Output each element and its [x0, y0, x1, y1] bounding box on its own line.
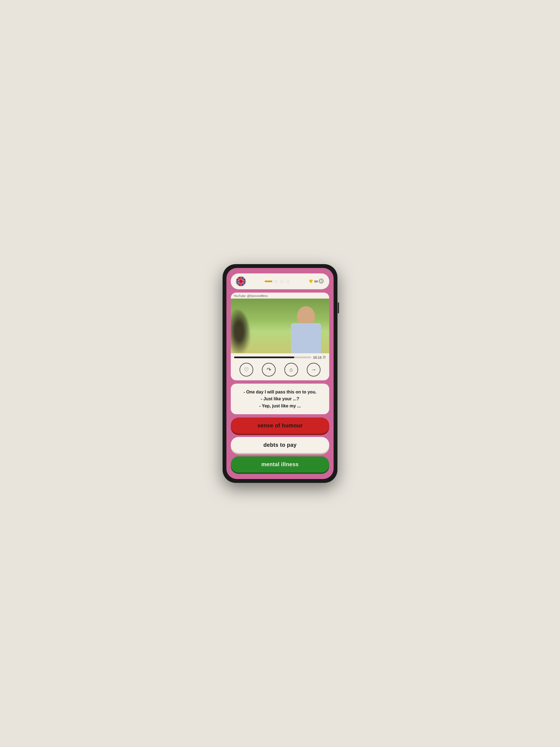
video-person	[288, 303, 324, 353]
difficulty-stars: ☆ ☆ ☆	[246, 278, 309, 285]
video-progress-track[interactable]	[234, 357, 311, 358]
star-3: ☆	[285, 278, 290, 285]
video-frame[interactable]	[231, 299, 329, 353]
subtitle-line-2: - Just like your ...?	[236, 395, 324, 403]
device-frame: ☆ ☆ ☆ ♥ ∞ ⚙ YouTube: @5secondfilms	[223, 264, 337, 483]
lives-display: ♥ ∞	[309, 277, 318, 285]
subtitle-line-1: - One day I will pass this on to you.	[236, 389, 324, 396]
timer-icon: ⏱	[322, 356, 326, 360]
share-button[interactable]: ↷	[262, 363, 276, 377]
xp-bar	[265, 281, 272, 282]
answer-button-2[interactable]: debts to pay	[231, 437, 329, 453]
top-bar: ☆ ☆ ☆ ♥ ∞ ⚙	[231, 274, 329, 289]
person-shirt	[291, 323, 321, 353]
video-actions: ♡ ↷ ⌂ →	[231, 361, 329, 377]
subtitle-card: - One day I will pass this on to you. - …	[231, 384, 329, 414]
video-progress-area: 00:18 ⏱	[231, 353, 329, 361]
video-attribution: YouTube: @5secondfilms	[231, 292, 329, 299]
star-2: ☆	[279, 278, 284, 285]
side-button	[338, 302, 339, 313]
star-1: ☆	[274, 278, 278, 285]
video-card: YouTube: @5secondfilms 00:18 ⏱	[231, 292, 329, 380]
app-screen: ☆ ☆ ☆ ♥ ∞ ⚙ YouTube: @5secondfilms	[226, 268, 334, 479]
subtitle-line-3: - Yep, just like my ...	[236, 403, 324, 410]
language-flag[interactable]	[236, 276, 246, 287]
heart-icon: ♥	[309, 277, 313, 285]
subtitle-text: - One day I will pass this on to you. - …	[236, 389, 324, 410]
next-button[interactable]: →	[307, 363, 321, 377]
infinity-icon: ∞	[314, 278, 318, 284]
home-button[interactable]: ⌂	[284, 363, 298, 377]
video-time: 00:18 ⏱	[313, 356, 326, 360]
video-progress-fill	[234, 357, 294, 358]
answer-button-3[interactable]: mental illness	[231, 456, 329, 472]
answer-button-1[interactable]: sense of humour	[231, 417, 329, 434]
time-display: 00:18	[313, 356, 322, 360]
settings-icon[interactable]: ⚙	[318, 277, 324, 285]
like-button[interactable]: ♡	[239, 363, 253, 377]
